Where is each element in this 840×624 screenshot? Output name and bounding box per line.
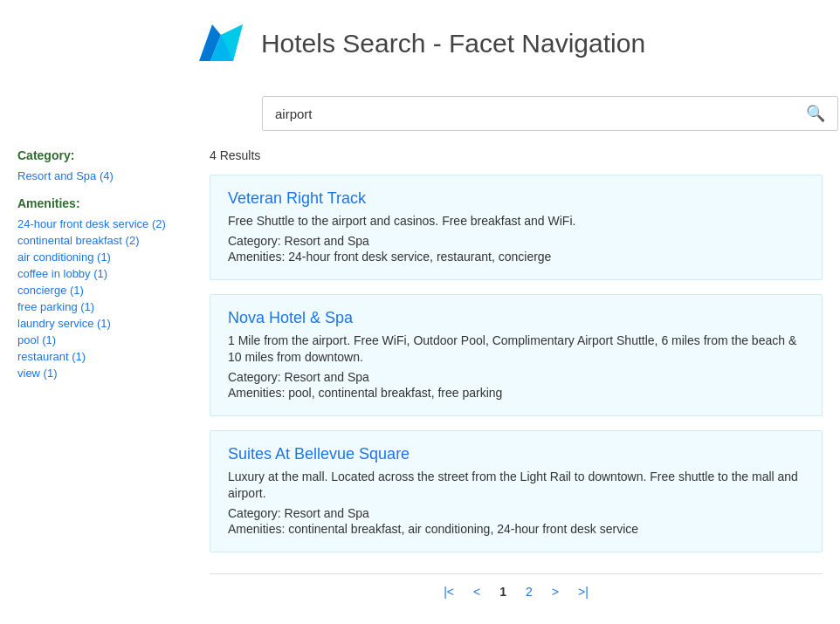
result-amenities: Amenities: 24-hour front desk service, r… [228,250,804,264]
result-description: Free Shuttle to the airport and casinos.… [228,213,804,230]
amenity-item[interactable]: 24-hour front desk service (2) [17,217,192,230]
amenity-item[interactable]: concierge (1) [17,284,192,297]
result-card: Suites At Bellevue SquareLuxury at the m… [210,430,823,552]
amenity-item[interactable]: air conditioning (1) [17,250,192,264]
search-bar: 🔍 [262,96,838,131]
category-item[interactable]: Resort and Spa (4) [17,169,192,182]
result-title[interactable]: Nova Hotel & Spa [228,309,804,327]
page-1[interactable]: 1 [494,583,512,600]
result-title[interactable]: Veteran Right Track [228,189,804,208]
category-label: Category: [17,148,192,162]
result-category: Category: Resort and Spa [228,370,804,384]
pagination: |< < 1 2 > >| [210,573,823,600]
result-description: 1 Mile from the airport. Free WiFi, Outd… [228,333,804,367]
result-card: Veteran Right TrackFree Shuttle to the a… [210,175,823,280]
amenity-item[interactable]: pool (1) [17,333,192,346]
page-title: Hotels Search - Facet Navigation [261,29,645,58]
result-amenities: Amenities: continental breakfast, air co… [228,522,804,536]
result-category: Category: Resort and Spa [228,234,804,248]
result-description: Luxury at the mall. Located across the s… [228,469,804,503]
page-next[interactable]: > [547,583,564,600]
sidebar: Category: Resort and Spa (4) Amenities: … [17,148,210,600]
amenity-item[interactable]: view (1) [17,367,192,380]
result-amenities: Amenities: pool, continental breakfast, … [228,386,804,400]
page-last[interactable]: >| [573,583,594,600]
amenity-item[interactable]: free parking (1) [17,300,192,313]
result-card: Nova Hotel & Spa1 Mile from the airport.… [210,294,823,416]
search-button[interactable]: 🔍 [794,97,837,130]
results-count: 4 Results [210,148,823,162]
amenity-item[interactable]: restaurant (1) [17,350,192,363]
page-first[interactable]: |< [438,583,459,600]
results-area: 4 Results Veteran Right TrackFree Shuttl… [210,148,823,600]
amenity-item[interactable]: laundry service (1) [17,317,192,330]
amenities-label: Amenities: [17,196,192,210]
page-2[interactable]: 2 [520,583,538,600]
result-title[interactable]: Suites At Bellevue Square [228,445,804,463]
amenity-item[interactable]: continental breakfast (2) [17,234,192,247]
amenity-item[interactable]: coffee in lobby (1) [17,267,192,280]
page-header: Hotels Search - Facet Navigation [17,17,823,70]
search-input[interactable] [263,98,794,130]
result-category: Category: Resort and Spa [228,506,804,520]
page-prev[interactable]: < [468,583,485,600]
azure-logo [195,17,247,70]
